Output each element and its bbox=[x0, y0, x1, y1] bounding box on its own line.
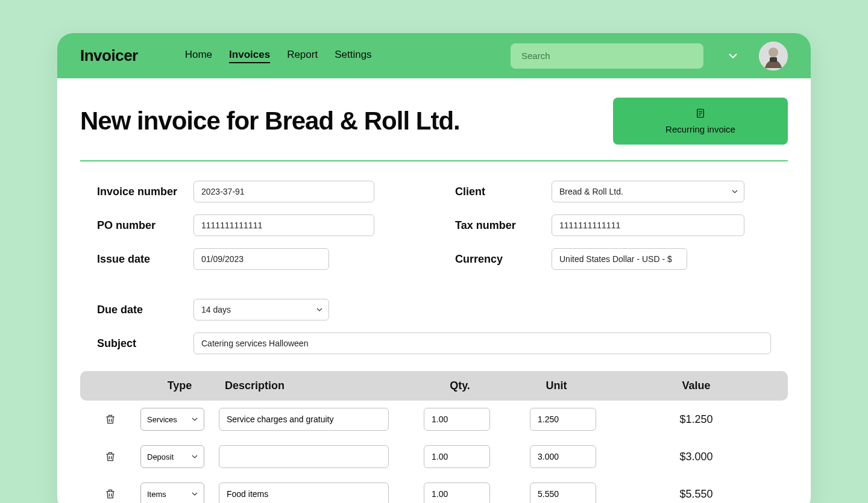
line-description-field[interactable] bbox=[219, 483, 389, 503]
line-type-select[interactable]: Services bbox=[140, 408, 204, 431]
nav-settings[interactable]: Settings bbox=[335, 49, 371, 63]
col-qty: Qty. bbox=[412, 380, 508, 392]
currency-field[interactable] bbox=[552, 248, 687, 270]
label-due-date: Due date bbox=[97, 304, 181, 316]
subject-row: Subject bbox=[80, 333, 788, 354]
form-col-left: Invoice number PO number Issue date Due … bbox=[97, 181, 413, 320]
content: New invoice for Bread & Roll Ltd. Recurr… bbox=[57, 78, 811, 503]
recurring-invoice-button[interactable]: Recurring invoice bbox=[613, 98, 788, 145]
delete-row-button[interactable] bbox=[80, 413, 140, 426]
line-items-header: Type Description Qty. Unit Value bbox=[80, 371, 788, 401]
app-window: Invoicer Home Invoices Report Settings N… bbox=[57, 33, 811, 503]
delete-row-button[interactable] bbox=[80, 487, 140, 501]
nav-invoices[interactable]: Invoices bbox=[229, 49, 270, 63]
logo: Invoicer bbox=[80, 46, 138, 65]
page-title: New invoice for Bread & Roll Ltd. bbox=[80, 107, 460, 136]
svg-rect-2 bbox=[770, 57, 777, 62]
due-date-select[interactable]: 14 days bbox=[193, 299, 329, 320]
chevron-down-icon[interactable] bbox=[728, 51, 738, 61]
receipt-icon bbox=[695, 108, 706, 120]
line-unit-field[interactable] bbox=[530, 408, 596, 431]
tax-number-field[interactable] bbox=[552, 214, 744, 236]
line-row: Services $1.250 bbox=[80, 401, 788, 438]
issue-date-field[interactable] bbox=[193, 248, 329, 270]
line-unit-field[interactable] bbox=[530, 445, 596, 468]
line-value: $1.250 bbox=[605, 413, 788, 426]
label-po-number: PO number bbox=[97, 219, 181, 232]
line-type-select[interactable]: Deposit bbox=[140, 445, 204, 468]
line-unit-field[interactable] bbox=[530, 483, 596, 503]
po-number-field[interactable] bbox=[193, 214, 374, 236]
col-value: Value bbox=[605, 380, 788, 392]
label-invoice-number: Invoice number bbox=[97, 186, 181, 198]
recurring-invoice-label: Recurring invoice bbox=[665, 124, 735, 134]
search-input[interactable] bbox=[511, 43, 703, 69]
line-value: $5.550 bbox=[605, 488, 788, 501]
label-tax-number: Tax number bbox=[455, 219, 539, 232]
client-select[interactable]: Bread & Roll Ltd. bbox=[552, 181, 744, 202]
topbar: Invoicer Home Invoices Report Settings bbox=[57, 33, 811, 78]
avatar[interactable] bbox=[759, 42, 788, 70]
line-description-field[interactable] bbox=[219, 445, 389, 468]
line-row: Deposit $3.000 bbox=[80, 438, 788, 475]
label-issue-date: Issue date bbox=[97, 253, 181, 266]
label-client: Client bbox=[455, 186, 539, 198]
line-type-select[interactable]: Items bbox=[140, 483, 204, 503]
subject-field[interactable] bbox=[193, 333, 771, 354]
line-value: $3.000 bbox=[605, 451, 788, 463]
invoice-number-field[interactable] bbox=[193, 181, 374, 202]
col-description: Description bbox=[219, 380, 412, 392]
line-qty-field[interactable] bbox=[424, 408, 490, 431]
line-row: Items $5.550 bbox=[80, 475, 788, 503]
line-qty-field[interactable] bbox=[424, 445, 490, 468]
line-qty-field[interactable] bbox=[424, 483, 490, 503]
col-unit: Unit bbox=[508, 380, 605, 392]
col-type: Type bbox=[140, 380, 219, 392]
nav: Home Invoices Report Settings bbox=[185, 49, 372, 63]
label-subject: Subject bbox=[97, 337, 181, 350]
label-currency: Currency bbox=[455, 253, 539, 266]
svg-point-1 bbox=[769, 48, 778, 57]
nav-report[interactable]: Report bbox=[287, 49, 318, 63]
form-col-right: Client Bread & Roll Ltd. Tax number Curr… bbox=[455, 181, 771, 320]
page-header: New invoice for Bread & Roll Ltd. Recurr… bbox=[80, 98, 788, 161]
line-items: Type Description Qty. Unit Value Service… bbox=[80, 371, 788, 503]
line-description-field[interactable] bbox=[219, 408, 389, 431]
delete-row-button[interactable] bbox=[80, 450, 140, 463]
form-grid: Invoice number PO number Issue date Due … bbox=[80, 181, 788, 320]
nav-home[interactable]: Home bbox=[185, 49, 212, 63]
